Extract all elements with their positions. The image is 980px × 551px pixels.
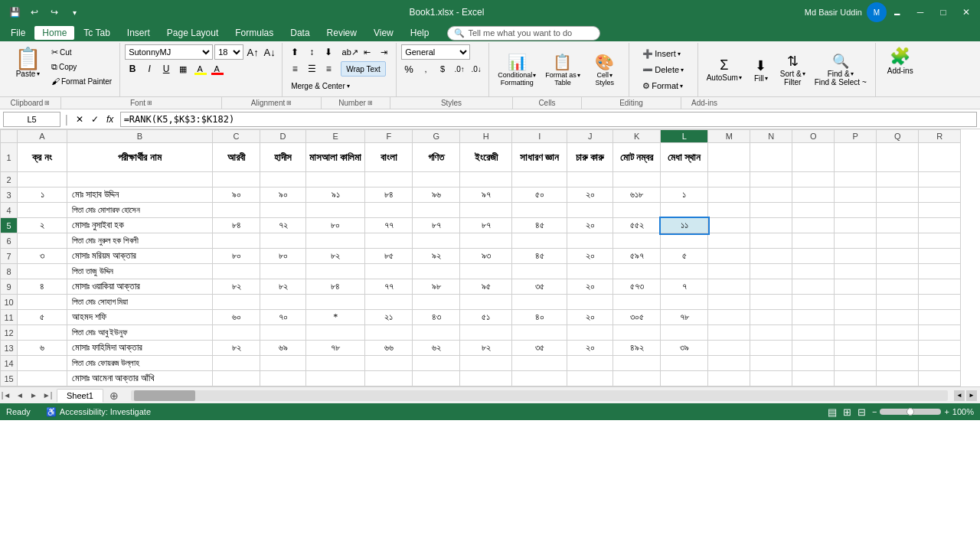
cell-O5[interactable] [792,218,835,233]
cell-K1[interactable]: মোট নম্বর [613,143,661,172]
cell-M4[interactable] [708,203,750,218]
cell-Q5[interactable] [877,218,919,233]
horizontal-scrollbar[interactable] [131,390,948,401]
conditional-formatting-button[interactable]: 📊 Conditional ▾ Formatting [494,51,540,89]
cell-C12[interactable] [213,325,260,341]
cell-M12[interactable] [708,325,750,341]
cell-G3[interactable]: ৯৬ [413,187,460,203]
cell-R6[interactable] [919,233,961,249]
cell-O4[interactable] [792,203,835,218]
cell-K3[interactable]: ৬১৮ [613,187,661,203]
cell-D7[interactable]: ৮০ [260,249,306,264]
cell-K9[interactable]: ৫৭৩ [613,279,661,295]
cell-O8[interactable] [792,264,835,279]
cell-B10[interactable]: পিতা মোঃ সোহাগ মিয়া [67,295,213,310]
cell-P3[interactable] [835,187,877,203]
cell-J3[interactable]: ২০ [567,187,613,203]
cell-L11[interactable]: ৭৮ [661,310,708,325]
col-header-O[interactable]: O [792,130,835,143]
grid-container[interactable]: A B C D E F G H I J K L M N O P Q [0,129,980,386]
cell-L12[interactable] [661,325,708,341]
cell-J9[interactable]: ২০ [567,279,613,295]
cell-C6[interactable] [213,233,260,249]
cell-D11[interactable]: ৭০ [260,310,306,325]
cell-F8[interactable] [365,264,413,279]
cell-C5[interactable]: ৮৪ [213,218,260,233]
row-num-5[interactable]: 5 [1,218,18,233]
cell-B1[interactable]: পরীক্ষার্থীর নাম [67,143,213,172]
cell-D5[interactable]: ৭২ [260,218,306,233]
cell-G2[interactable] [413,172,460,187]
cell-N8[interactable] [750,264,792,279]
cell-M2[interactable] [708,172,750,187]
tell-me-box[interactable]: 🔍 Tell me what you want to do [447,26,600,41]
menu-formulas[interactable]: Formulas [227,26,281,40]
fill-color-button[interactable]: A [192,61,207,77]
sheet-navigation[interactable]: |◄ ◄ ► ►| [0,390,54,402]
delete-cells-button[interactable]: ➖ Delete ▾ [639,63,688,77]
cell-styles-button[interactable]: 🎨 Cell ▾ Styles [586,51,624,89]
cell-I14[interactable] [512,356,567,371]
col-header-D[interactable]: D [260,130,306,143]
col-header-P[interactable]: P [835,130,877,143]
cell-C15[interactable] [213,371,260,386]
cell-J8[interactable] [567,264,613,279]
cell-O10[interactable] [792,295,835,310]
cell-R11[interactable] [919,310,961,325]
cell-G7[interactable]: ৯২ [413,249,460,264]
cell-B9[interactable]: মোসাঃ ওয়াকিয়া আক্তার [67,279,213,295]
col-header-K[interactable]: K [613,130,661,143]
cell-H12[interactable] [460,325,512,341]
cell-O13[interactable] [792,341,835,356]
save-button[interactable]: 💾 [6,4,23,21]
view-normal-button[interactable]: ▤ [828,406,837,418]
cell-G6[interactable] [413,233,460,249]
cell-I1[interactable]: সাধারণ জ্ঞান [512,143,567,172]
col-header-M[interactable]: M [708,130,750,143]
row-num-14[interactable]: 14 [1,356,18,371]
number-expand[interactable]: ⊞ [368,99,373,106]
cell-O11[interactable] [792,310,835,325]
cell-Q2[interactable] [877,172,919,187]
col-header-Q[interactable]: Q [877,130,919,143]
cell-I9[interactable]: ৩৫ [512,279,567,295]
cell-G11[interactable]: ৪৩ [413,310,460,325]
font-expand[interactable]: ⊞ [147,99,152,106]
align-expand[interactable]: ⊞ [286,99,292,106]
cell-D14[interactable] [260,356,306,371]
scroll-buttons[interactable]: ◄ ► [954,390,980,401]
cell-Q15[interactable] [877,371,919,386]
formula-confirm-button[interactable]: ✓ [88,112,102,126]
cell-Q12[interactable] [877,325,919,341]
cell-K6[interactable] [613,233,661,249]
ribbon-collapse-button[interactable]: 🗕 [887,2,908,23]
underline-button[interactable]: U [158,61,174,77]
fill-button[interactable]: ⬇ Fill ▾ [747,55,775,85]
cell-B13[interactable]: মোসাঃ ফাহিমিদা আক্তার [67,341,213,356]
cell-H9[interactable]: ৯৫ [460,279,512,295]
cell-E5[interactable]: ৮০ [306,218,365,233]
cell-N1[interactable] [750,143,792,172]
name-box[interactable] [3,112,60,127]
cell-B6[interactable]: পিতা মোঃ নুরুল হক শিবলী [67,233,213,249]
find-select-button[interactable]: 🔍 Find & ▾ Find & Select ~ [811,51,871,89]
formula-cancel-button[interactable]: ✕ [73,112,87,126]
cell-L6[interactable] [661,233,708,249]
close-button[interactable]: ✕ [956,2,977,23]
cell-A2[interactable] [18,172,67,187]
indent-increase-button[interactable]: ⇥ [376,44,391,60]
cell-F7[interactable]: ৮৫ [365,249,413,264]
cell-N3[interactable] [750,187,792,203]
cell-P12[interactable] [835,325,877,341]
col-header-I[interactable]: I [512,130,567,143]
cell-P10[interactable] [835,295,877,310]
comma-button[interactable]: , [418,61,433,77]
col-header-R[interactable]: R [919,130,961,143]
cell-H10[interactable] [460,295,512,310]
cell-R9[interactable] [919,279,961,295]
autosum-button[interactable]: Σ AutoSum ▾ [703,55,746,84]
cell-P6[interactable] [835,233,877,249]
cell-L14[interactable] [661,356,708,371]
cell-K7[interactable]: ৫৯৭ [613,249,661,264]
cell-L9[interactable]: ৭ [661,279,708,295]
